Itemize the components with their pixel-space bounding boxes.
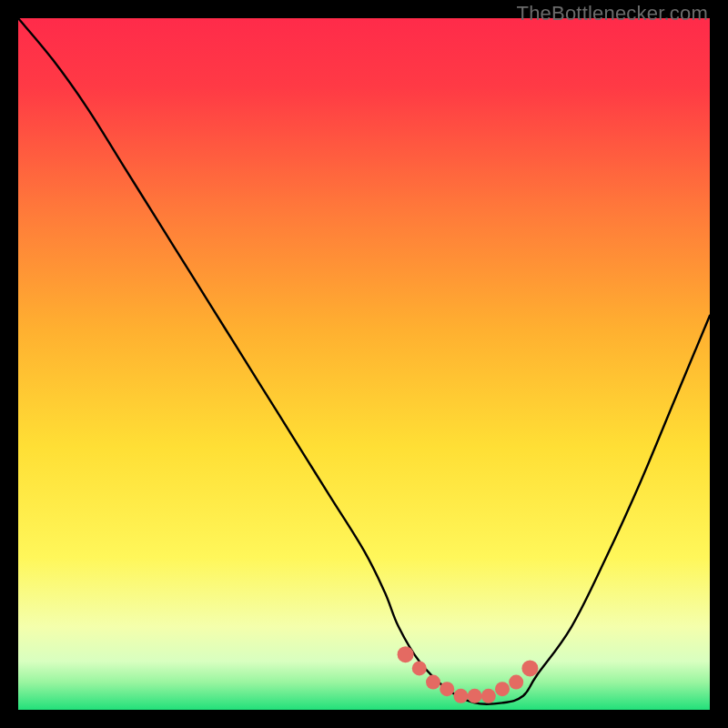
optimal-marker xyxy=(453,689,468,703)
optimal-marker xyxy=(495,682,510,696)
optimal-marker xyxy=(398,646,414,662)
optimal-marker xyxy=(468,689,482,703)
optimal-marker xyxy=(426,675,440,690)
watermark-text: TheBottlenecker.com xyxy=(517,2,708,25)
optimal-marker xyxy=(481,689,496,703)
optimal-marker xyxy=(412,661,427,675)
bottleneck-chart xyxy=(18,18,710,710)
chart-frame xyxy=(18,18,710,710)
optimal-marker xyxy=(440,682,454,696)
gradient-background xyxy=(18,18,710,710)
optimal-marker xyxy=(521,660,538,676)
optimal-marker xyxy=(509,675,523,690)
